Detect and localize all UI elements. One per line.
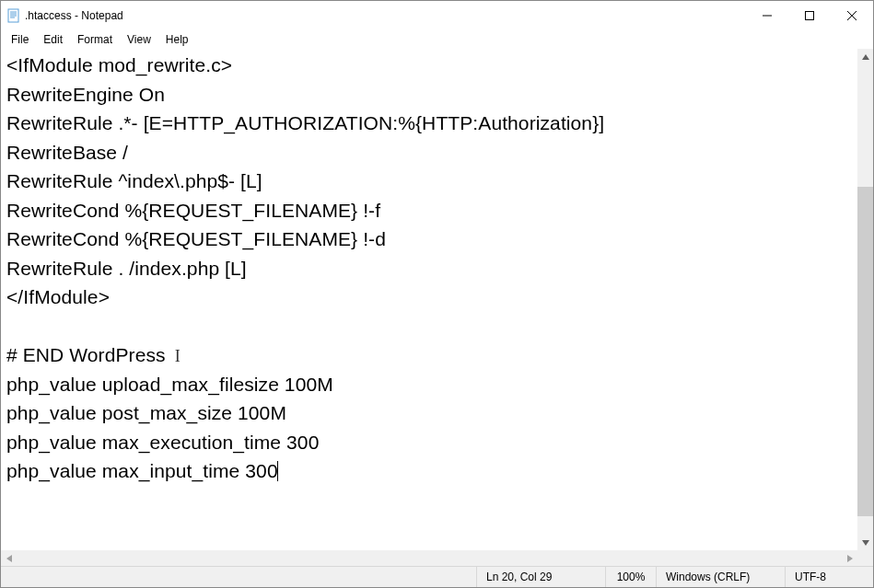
text-cursor-icon: I: [175, 344, 181, 369]
menu-edit[interactable]: Edit: [37, 32, 69, 47]
status-position: Ln 20, Col 29: [477, 567, 606, 587]
window-title: .htaccess - Notepad: [25, 9, 123, 22]
scroll-down-arrow-icon[interactable]: [857, 535, 873, 550]
menu-view[interactable]: View: [121, 32, 157, 47]
svg-marker-10: [862, 540, 869, 546]
status-encoding: UTF-8: [786, 567, 873, 587]
hscroll-track[interactable]: [17, 550, 842, 566]
caret: [277, 461, 278, 481]
scroll-left-arrow-icon[interactable]: [1, 550, 17, 566]
scroll-up-arrow-icon[interactable]: [857, 49, 873, 64]
statusbar: Ln 20, Col 29 100% Windows (CRLF) UTF-8: [1, 566, 873, 587]
menubar: File Edit Format View Help: [1, 30, 873, 49]
svg-marker-11: [6, 555, 12, 562]
svg-marker-12: [847, 555, 853, 562]
status-spacer: [1, 567, 477, 587]
maximize-button[interactable]: [788, 1, 831, 30]
notepad-icon: [6, 8, 21, 23]
scroll-thumb[interactable]: [857, 187, 873, 516]
editor-area: <IfModule mod_rewrite.c> RewriteEngine O…: [1, 49, 873, 550]
svg-rect-6: [806, 12, 814, 20]
scroll-right-arrow-icon[interactable]: [842, 550, 857, 566]
vertical-scrollbar[interactable]: [857, 49, 873, 550]
menu-format[interactable]: Format: [71, 32, 119, 47]
menu-help[interactable]: Help: [159, 32, 195, 47]
scroll-track[interactable]: [857, 64, 873, 535]
content-wrap: <IfModule mod_rewrite.c> RewriteEngine O…: [1, 49, 873, 566]
close-button[interactable]: [831, 1, 873, 30]
menu-file[interactable]: File: [5, 32, 35, 47]
scroll-corner: [857, 550, 873, 566]
minimize-button[interactable]: [746, 1, 788, 30]
window-controls: [746, 1, 873, 30]
text-editor[interactable]: <IfModule mod_rewrite.c> RewriteEngine O…: [1, 49, 857, 550]
titlebar-left: .htaccess - Notepad: [6, 8, 123, 23]
horizontal-scrollbar[interactable]: [1, 550, 873, 566]
status-zoom: 100%: [606, 567, 657, 587]
status-line-ending: Windows (CRLF): [657, 567, 786, 587]
titlebar: .htaccess - Notepad: [1, 1, 873, 30]
svg-marker-9: [862, 54, 869, 60]
